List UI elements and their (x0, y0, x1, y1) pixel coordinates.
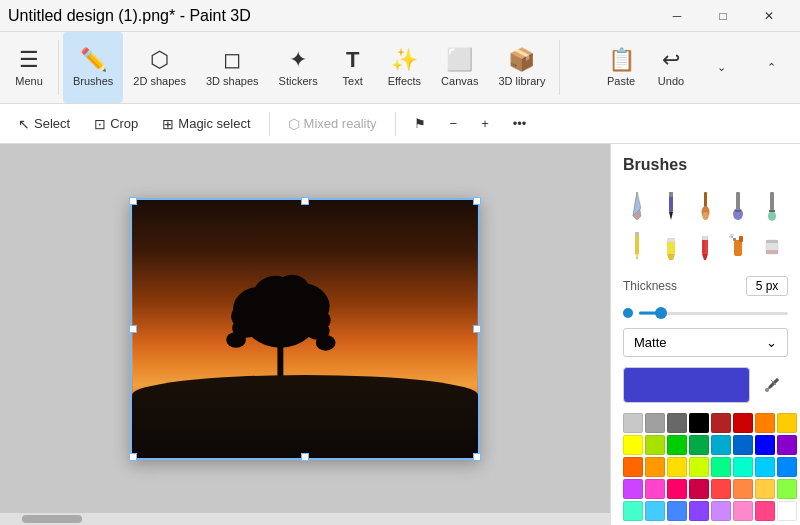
color-cell-25[interactable] (645, 479, 665, 499)
brush-watercolor[interactable] (758, 188, 786, 224)
thickness-input[interactable] (746, 276, 788, 296)
finish-dropdown[interactable]: Matte ⌄ (623, 328, 788, 357)
color-cell-12[interactable] (711, 435, 731, 455)
maximize-button[interactable]: □ (700, 0, 746, 32)
color-cell-18[interactable] (667, 457, 687, 477)
ribbon-3d-library[interactable]: 📦 3D library (488, 32, 555, 103)
color-cell-10[interactable] (667, 435, 687, 455)
color-cell-31[interactable] (777, 479, 797, 499)
flag-button[interactable]: ⚑ (404, 108, 436, 140)
eraser-icon (761, 230, 783, 262)
color-cell-27[interactable] (689, 479, 709, 499)
more-options-button[interactable]: ••• (503, 108, 537, 140)
color-cell-2[interactable] (667, 413, 687, 433)
ribbon-brushes[interactable]: ✏️ Brushes (63, 32, 123, 103)
color-cell-29[interactable] (733, 479, 753, 499)
svg-rect-38 (667, 238, 675, 242)
zoom-in-button[interactable]: + (471, 108, 499, 140)
color-cell-4[interactable] (711, 413, 731, 433)
handle-tl[interactable] (129, 197, 137, 205)
color-cell-19[interactable] (689, 457, 709, 477)
2d-shapes-icon: ⬡ (150, 49, 169, 71)
crop-tool-button[interactable]: ⊡ Crop (84, 108, 148, 140)
select-tool-button[interactable]: ↖ Select (8, 108, 80, 140)
scroll-thumb-horizontal[interactable] (22, 515, 82, 523)
handle-mr[interactable] (473, 325, 481, 333)
horizontal-scrollbar[interactable] (0, 513, 610, 525)
color-cell-15[interactable] (777, 435, 797, 455)
magic-select-label: Magic select (178, 116, 250, 131)
color-cell-8[interactable] (623, 435, 643, 455)
handle-tr[interactable] (473, 197, 481, 205)
ribbon-collapse[interactable]: ⌃ (746, 57, 796, 78)
color-cell-30[interactable] (755, 479, 775, 499)
canvas-area[interactable] (0, 144, 610, 513)
color-cell-36[interactable] (711, 501, 731, 521)
ribbon-more[interactable]: ⌄ (696, 57, 746, 78)
color-cell-37[interactable] (733, 501, 753, 521)
collapse-icon: ⌃ (767, 61, 776, 74)
brush-spray[interactable] (724, 228, 752, 264)
brush-oil[interactable] (724, 188, 752, 224)
brush-calligraphy-pen[interactable] (623, 188, 651, 224)
color-cell-1[interactable] (645, 413, 665, 433)
ribbon-menu[interactable]: ☰ Menu (4, 32, 54, 103)
handle-br[interactable] (473, 453, 481, 461)
brush-pen[interactable] (657, 188, 685, 224)
color-cell-21[interactable] (733, 457, 753, 477)
ribbon-3d-shapes[interactable]: ◻ 3D shapes (196, 32, 269, 103)
ribbon-effects[interactable]: ✨ Effects (378, 32, 431, 103)
ribbon-canvas[interactable]: ⬜ Canvas (431, 32, 488, 103)
brush-crayon[interactable] (691, 228, 719, 264)
color-cell-20[interactable] (711, 457, 731, 477)
color-cell-13[interactable] (733, 435, 753, 455)
main-color-swatch[interactable] (623, 367, 750, 403)
color-cell-34[interactable] (667, 501, 687, 521)
thickness-thumb[interactable] (655, 307, 667, 319)
color-cell-16[interactable] (623, 457, 643, 477)
thickness-track[interactable] (639, 312, 788, 315)
handle-bm[interactable] (301, 453, 309, 461)
brush-eraser[interactable] (758, 228, 786, 264)
mixed-reality-button[interactable]: ⬡ Mixed reality (278, 108, 387, 140)
ribbon-paste[interactable]: 📋 Paste (596, 45, 646, 91)
eyedropper-button[interactable] (756, 369, 788, 401)
color-cell-3[interactable] (689, 413, 709, 433)
svg-point-12 (226, 331, 246, 347)
color-cell-35[interactable] (689, 501, 709, 521)
color-cell-26[interactable] (667, 479, 687, 499)
ribbon-text[interactable]: T Text (328, 32, 378, 103)
color-cell-28[interactable] (711, 479, 731, 499)
close-button[interactable]: ✕ (746, 0, 792, 32)
ribbon-undo[interactable]: ↩ Undo (646, 45, 696, 91)
color-cell-14[interactable] (755, 435, 775, 455)
handle-bl[interactable] (129, 453, 137, 461)
color-cell-11[interactable] (689, 435, 709, 455)
color-cell-22[interactable] (755, 457, 775, 477)
ribbon-stickers[interactable]: ✦ Stickers (269, 32, 328, 103)
color-cell-33[interactable] (645, 501, 665, 521)
ribbon-2d-shapes[interactable]: ⬡ 2D shapes (123, 32, 196, 103)
zoom-out-button[interactable]: − (440, 108, 468, 140)
minimize-button[interactable]: ─ (654, 0, 700, 32)
magic-select-button[interactable]: ⊞ Magic select (152, 108, 260, 140)
highlighter-icon (660, 230, 682, 262)
color-cell-32[interactable] (623, 501, 643, 521)
brush-highlighter[interactable] (657, 228, 685, 264)
color-cell-7[interactable] (777, 413, 797, 433)
color-cell-0[interactable] (623, 413, 643, 433)
color-cell-39[interactable] (777, 501, 797, 521)
color-cell-38[interactable] (755, 501, 775, 521)
color-cell-9[interactable] (645, 435, 665, 455)
canvas-image[interactable] (132, 200, 478, 458)
handle-ml[interactable] (129, 325, 137, 333)
ribbon-effects-label: Effects (388, 75, 421, 87)
color-cell-5[interactable] (733, 413, 753, 433)
color-cell-17[interactable] (645, 457, 665, 477)
color-cell-23[interactable] (777, 457, 797, 477)
color-cell-6[interactable] (755, 413, 775, 433)
handle-tm[interactable] (301, 197, 309, 205)
brush-paintbrush[interactable] (691, 188, 719, 224)
color-cell-24[interactable] (623, 479, 643, 499)
brush-pencil[interactable] (623, 228, 651, 264)
